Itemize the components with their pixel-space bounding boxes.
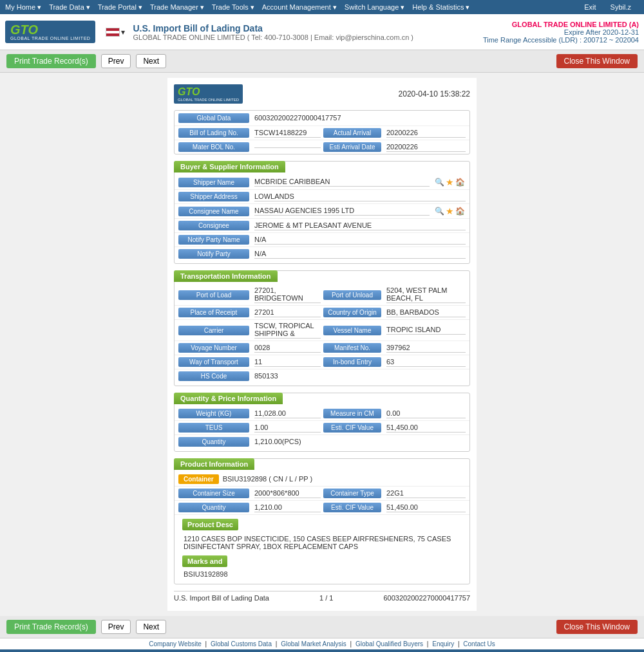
actual-arrival-label: Actual Arrival	[323, 128, 381, 138]
carrier-col: Carrier TSCW, TROPICAL SHIPPING &	[178, 322, 321, 339]
carrier-row: Carrier TSCW, TROPICAL SHIPPING & Vessel…	[175, 320, 469, 341]
consignee-star-icon[interactable]: ★	[446, 206, 454, 216]
notify-party-row: Notify Party N/A	[175, 247, 469, 261]
shipper-name-label: Shipper Name	[178, 178, 249, 187]
footer-contact[interactable]: Contact Us	[463, 640, 495, 647]
global-data-label: Global Data	[178, 113, 249, 123]
country-origin-col: Country of Origin BB, BARBADOS	[323, 308, 466, 317]
port-load-col: Port of Load 27201, BRIDGETOWN	[178, 286, 321, 303]
esti-cif-label: Esti. CIF Value	[323, 423, 381, 433]
product-quantity-label: Quantity	[178, 503, 249, 512]
nav-tradetools[interactable]: Trade Tools ▾	[212, 3, 254, 12]
consignee-name-row: Consignee Name NASSAU AGENCIES 1995 LTD …	[175, 204, 469, 219]
nav-switchlang[interactable]: Switch Language ▾	[345, 3, 404, 12]
shipper-address-value: LOWLANDS	[254, 192, 466, 201]
bol-col: Bill of Lading No. TSCW14188229	[178, 128, 321, 138]
nav-exit[interactable]: Exit	[584, 3, 596, 11]
product-header: Product Information	[174, 458, 470, 470]
main-document: GTO GLOBAL TRADE ONLINE LIMITED 2020-04-…	[167, 78, 477, 611]
shipper-address-row: Shipper Address LOWLANDS	[175, 190, 469, 204]
container-size-row: Container Size 2000*806*800 Container Ty…	[175, 487, 469, 501]
place-receipt-value: 27201	[254, 308, 321, 317]
teus-row: TEUS 1.00 Esti. CIF Value 51,450.00	[175, 421, 469, 435]
consignee-value: JEROME & MT PLEASANT AVENUE	[254, 221, 466, 230]
container-button[interactable]: Container	[178, 474, 219, 484]
product-quantity-row: Quantity 1,210.00 Esti. CIF Value 51,450…	[175, 501, 469, 515]
container-type-label: Container Type	[323, 489, 381, 498]
esti-arrival-value: 20200226	[386, 143, 466, 152]
mater-bol-row: Mater BOL No. Esti Arrival Date 20200226	[175, 140, 469, 154]
buyer-supplier-section: Buyer & Supplier Information Shipper Nam…	[174, 161, 470, 264]
voyage-col: Voyage Number 0028	[178, 343, 321, 353]
shipper-address-label: Shipper Address	[178, 192, 249, 201]
country-origin-label: Country of Origin	[323, 308, 381, 317]
nav-tradedata[interactable]: Trade Data ▾	[49, 3, 90, 12]
page-main-title: U.S. Import Bill of Lading Data	[133, 23, 413, 33]
shipper-star-icon[interactable]: ★	[446, 177, 454, 187]
close-button-bottom[interactable]: Close This Window	[556, 620, 638, 634]
action-bar-bottom: Print Trade Record(s) Prev Next Close Th…	[0, 616, 644, 638]
company-name: GLOBAL TRADE ONLINE LIMITED (A)	[483, 21, 639, 28]
next-button-bottom[interactable]: Next	[136, 620, 166, 634]
way-transport-row: Way of Transport 11 In-bond Entry 63	[175, 355, 469, 369]
buyer-supplier-header: Buyer & Supplier Information	[174, 161, 470, 172]
transportation-section: Transportation Information Port of Load …	[174, 270, 470, 386]
buyer-supplier-content: Shipper Name MCBRIDE CARIBBEAN 🔍 ★ 🏠 Shi…	[175, 172, 469, 263]
doc-timestamp: 2020-04-10 15:38:22	[399, 89, 470, 98]
top-navigation: My Home ▾ Trade Data ▾ Trade Portal ▾ Tr…	[0, 0, 644, 14]
shipper-name-row: Shipper Name MCBRIDE CARIBBEAN 🔍 ★ 🏠	[175, 175, 469, 190]
port-load-row: Port of Load 27201, BRIDGETOWN Port of U…	[175, 284, 469, 306]
footer-global-buyers[interactable]: Global Qualified Buyers	[355, 640, 423, 647]
doc-footer-left: U.S. Import Bill of Lading Data	[174, 594, 269, 602]
bol-value: TSCW14188229	[254, 129, 321, 138]
shipper-action-icons: 🔍 ★ 🏠	[433, 177, 466, 187]
footer-links: Company Website | Global Customs Data | …	[0, 638, 644, 649]
place-receipt-label: Place of Receipt	[178, 308, 249, 317]
inbond-label: In-bond Entry	[323, 357, 381, 367]
way-transport-col: Way of Transport 11	[178, 357, 321, 367]
notify-party-name-label: Notify Party Name	[178, 235, 249, 245]
footer-enquiry[interactable]: Enquiry	[432, 640, 454, 647]
hs-code-row: HS Code 850133	[175, 369, 469, 383]
header-bar: GTO GLOBAL TRADE ONLINE LIMITED ▾ U.S. I…	[0, 14, 644, 50]
shipper-search-icon[interactable]: 🔍	[435, 178, 444, 187]
nav-tradeportal[interactable]: Trade Portal ▾	[98, 3, 142, 12]
transportation-content: Port of Load 27201, BRIDGETOWN Port of U…	[175, 282, 469, 386]
next-button-top[interactable]: Next	[136, 54, 166, 68]
footer-global-customs[interactable]: Global Customs Data	[211, 640, 272, 647]
consignee-name-label: Consignee Name	[178, 207, 249, 216]
container-size-value: 2000*806*800	[254, 489, 321, 498]
flag-dropdown[interactable]: ▾	[121, 28, 125, 37]
quantity-label: Quantity	[178, 437, 249, 447]
footer-company-website[interactable]: Company Website	[149, 640, 202, 647]
voyage-value: 0028	[254, 344, 321, 353]
close-button-top[interactable]: Close This Window	[556, 54, 638, 68]
logo-area: GTO GLOBAL TRADE ONLINE LIMITED ▾	[5, 21, 125, 43]
global-data-value: 6003202002270000417757	[254, 114, 466, 122]
consignee-search-icon[interactable]: 🔍	[435, 207, 444, 216]
prev-button-top[interactable]: Prev	[101, 54, 131, 68]
doc-footer-center: 1 / 1	[319, 594, 333, 602]
shipper-name-value: MCBRIDE CARIBBEAN	[254, 178, 430, 187]
mater-bol-col: Mater BOL No.	[178, 142, 321, 152]
nav-accountmgmt[interactable]: Account Management ▾	[262, 3, 337, 12]
doc-footer: U.S. Import Bill of Lading Data 1 / 1 60…	[174, 591, 470, 604]
nav-helpstats[interactable]: Help & Statistics ▾	[412, 3, 469, 12]
product-title: Product Information	[174, 458, 254, 470]
weight-row: Weight (KG) 11,028.00 Measure in CM 0.00	[175, 407, 469, 421]
print-button-bottom[interactable]: Print Trade Record(s)	[6, 620, 96, 634]
print-button-top[interactable]: Print Trade Record(s)	[6, 54, 96, 68]
footer-global-market[interactable]: Global Market Analysis	[281, 640, 346, 647]
actual-arrival-col: Actual Arrival 20200226	[323, 128, 466, 138]
nav-trademanager[interactable]: Trade Manager ▾	[150, 3, 204, 12]
buyer-supplier-title: Buyer & Supplier Information	[174, 161, 285, 172]
nav-myhome[interactable]: My Home ▾	[5, 3, 41, 12]
prev-button-bottom[interactable]: Prev	[101, 620, 131, 634]
shipper-house-icon[interactable]: 🏠	[455, 178, 465, 187]
teus-col: TEUS 1.00	[178, 423, 321, 433]
inbond-col: In-bond Entry 63	[323, 357, 466, 367]
transportation-title: Transportation Information	[174, 270, 278, 282]
carrier-value: TSCW, TROPICAL SHIPPING &	[254, 322, 321, 339]
consignee-house-icon[interactable]: 🏠	[455, 207, 465, 216]
bol-label: Bill of Lading No.	[178, 128, 249, 138]
